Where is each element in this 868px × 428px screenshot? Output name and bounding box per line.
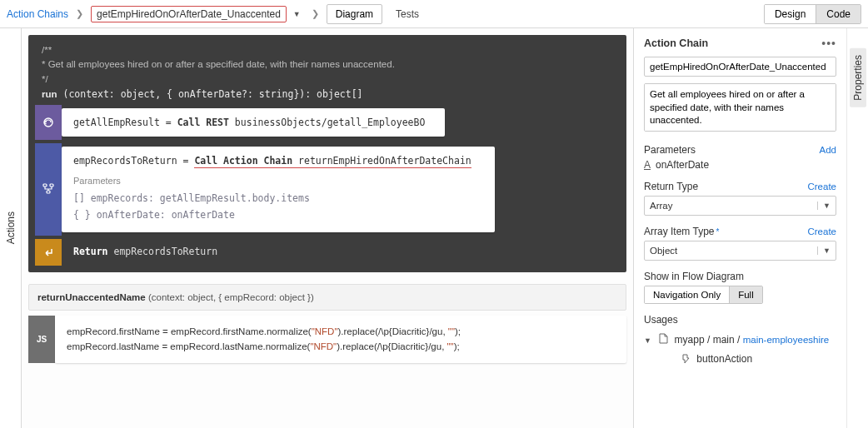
js-icon: JS (28, 316, 55, 363)
show-in-diagram-label: Show in Flow Diagram (644, 271, 744, 282)
return-icon (35, 239, 62, 266)
text-type-icon: A (644, 159, 651, 171)
step-return[interactable]: Return empRecordsToReturn (35, 239, 620, 266)
usages-label: Usages (644, 314, 678, 326)
step-call-chain[interactable]: empRecordsToReturn = Call Action Chain r… (35, 143, 620, 236)
second-function: returnUnaccentedName (context: object, {… (28, 284, 626, 363)
chain-id-input[interactable] (644, 57, 836, 77)
chevron-down-icon: ▼ (644, 336, 651, 345)
show-in-diagram-toggle: Navigation Only Full (644, 286, 763, 304)
full-button[interactable]: Full (729, 286, 762, 303)
properties-panel: Action Chain ••• Get all employees hired… (633, 28, 868, 428)
run-signature: run run (context: object, { onAfterDate?… (35, 88, 620, 105)
usages-tree: ▼ myapp / main / main-employeeshire butt… (644, 331, 836, 369)
step-js[interactable]: JS empRecord.firstName = empRecord.first… (28, 316, 626, 363)
add-parameter-button[interactable]: Add (820, 145, 836, 155)
chevron-down-icon[interactable]: ▼ (290, 8, 304, 20)
chain-icon (35, 143, 62, 236)
parameters-label: Parameters (644, 144, 696, 156)
return-type-select[interactable]: Array ▼ (644, 196, 836, 216)
design-button[interactable]: Design (765, 5, 816, 23)
left-rail: Actions (0, 28, 22, 428)
chevron-down-icon: ▼ (817, 202, 831, 210)
doc-comment: /** * Get all employees hired on or afte… (35, 42, 620, 88)
chevron-right-icon: ❯ (76, 8, 83, 19)
properties-tab[interactable]: Properties (850, 48, 866, 107)
create-return-type-button[interactable]: Create (807, 182, 836, 192)
page-icon (659, 334, 671, 346)
code-shell: /** * Get all employees hired on or afte… (28, 35, 626, 272)
svg-rect-1 (43, 184, 47, 187)
svg-rect-2 (50, 184, 53, 187)
event-icon (681, 353, 693, 365)
return-type-label: Return Type (644, 181, 698, 192)
properties-rail: Properties (846, 28, 868, 428)
parameter-item[interactable]: A onAfterDate (644, 159, 836, 171)
actions-tab[interactable]: Actions (5, 212, 17, 244)
code-button[interactable]: Code (816, 5, 861, 23)
step-call-rest[interactable]: getAllEmpResult = Call REST businessObje… (35, 105, 620, 140)
usage-leaf[interactable]: buttonAction (644, 350, 836, 369)
more-menu-icon[interactable]: ••• (821, 37, 836, 50)
fn2-signature[interactable]: returnUnaccentedName (context: object, {… (28, 284, 626, 311)
navigation-only-button[interactable]: Navigation Only (645, 286, 729, 303)
top-toolbar: Action Chains ❯ getEmpHiredOnOrAfterDate… (0, 0, 868, 28)
tests-tab[interactable]: Tests (387, 5, 427, 23)
rest-icon (35, 105, 62, 140)
design-code-toggle: Design Code (764, 4, 861, 24)
chevron-right-icon: ❯ (312, 8, 319, 19)
breadcrumb-root[interactable]: Action Chains (7, 8, 68, 20)
canvas: /** * Get all employees hired on or afte… (22, 28, 633, 428)
panel-title: Action Chain (644, 37, 708, 49)
create-array-item-button[interactable]: Create (807, 226, 836, 236)
chevron-down-icon: ▼ (817, 246, 831, 255)
breadcrumb-current[interactable]: getEmpHiredOnOrAfterDate_Unaccented (91, 6, 287, 22)
array-item-type-select[interactable]: Object ▼ (644, 241, 836, 261)
svg-rect-3 (47, 191, 50, 193)
chain-desc-input[interactable]: Get all employees hired on or after a sp… (644, 83, 836, 132)
diagram-tab[interactable]: Diagram (327, 4, 382, 24)
usage-breadcrumb[interactable]: ▼ myapp / main / main-employeeshire (644, 331, 836, 350)
array-item-type-label: Array Item Type* (644, 226, 719, 237)
